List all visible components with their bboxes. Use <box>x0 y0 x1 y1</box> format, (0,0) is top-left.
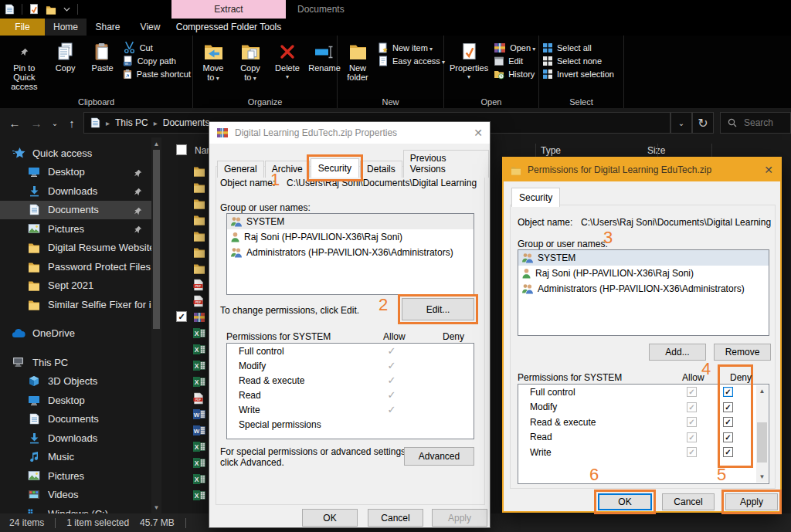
sidebar-item-quick-access[interactable]: Quick access <box>0 144 151 163</box>
tab-share[interactable]: Share <box>87 19 129 36</box>
sidebar-item-desktop[interactable]: Desktop <box>0 163 151 182</box>
ribbon-button-select-all[interactable]: Select all <box>542 41 614 54</box>
properties-check-icon[interactable] <box>29 4 39 15</box>
deny-checkbox[interactable]: ✓ <box>723 387 733 397</box>
sidebar-item-downloads[interactable]: Downloads <box>0 429 151 448</box>
add-button[interactable]: Add... <box>649 344 706 361</box>
group-row-raj[interactable]: Raj Soni (HP-PAVILION-X36\Raj Soni) <box>518 266 769 281</box>
ribbon-button-pin-to-quick-access[interactable]: Pin to Quickaccess <box>3 39 46 93</box>
ok-button[interactable]: OK <box>302 509 358 527</box>
ribbon-button-history[interactable]: History <box>494 67 535 80</box>
deny-checkbox[interactable]: ✓ <box>723 402 733 412</box>
explorer-document-icon[interactable] <box>5 4 15 15</box>
group-row-system[interactable]: SYSTEM <box>518 250 769 266</box>
sidebar-item-3d-objects[interactable]: 3D Objects <box>0 372 151 391</box>
permissions-dialog-titlebar[interactable]: Permissions for Digital Learning EduTech… <box>504 158 780 181</box>
group-row-raj[interactable]: Raj Soni (HP-PAVILION-X36\Raj Soni) <box>227 229 474 245</box>
scroll-up-icon[interactable]: ▲ <box>151 138 161 149</box>
sidebar-item-desktop[interactable]: Desktop <box>0 391 151 410</box>
select-all-checkbox[interactable] <box>176 144 187 155</box>
allow-checkbox[interactable]: ✓ <box>687 417 697 427</box>
sidebar-item-music[interactable]: Music <box>0 448 151 467</box>
close-icon[interactable]: ✕ <box>764 164 773 176</box>
apply-button[interactable]: Apply <box>725 493 778 510</box>
deny-checkbox[interactable]: ✓ <box>723 432 733 442</box>
ribbon-button-select-none[interactable]: Select none <box>542 54 614 67</box>
close-icon[interactable]: ✕ <box>474 127 483 139</box>
row-checkbox[interactable]: ✓ <box>176 311 187 322</box>
ribbon-button-easy-access[interactable]: Easy access ▾ <box>378 54 445 67</box>
group-names-list[interactable]: SYSTEMRaj Soni (HP-PAVILION-X36\Raj Soni… <box>518 249 769 336</box>
sidebar-item-this-pc[interactable]: This PC <box>0 353 151 372</box>
search-box[interactable] <box>720 112 791 134</box>
edit-button[interactable]: Edit... <box>402 298 474 320</box>
group-row-system[interactable]: SYSTEM <box>227 214 474 229</box>
tab-previous-versions[interactable]: Previous Versions <box>403 150 489 178</box>
group-row-administrators[interactable]: Administrators (HP-PAVILION-X36\Administ… <box>227 245 474 260</box>
ribbon-button-edit[interactable]: Edit <box>494 54 535 67</box>
allow-checkbox[interactable]: ✓ <box>687 387 697 397</box>
scroll-down-icon[interactable]: ▼ <box>756 471 768 483</box>
sidebar-item-pictures[interactable]: Pictures <box>0 219 151 239</box>
cancel-button[interactable]: Cancel <box>368 509 423 527</box>
properties-dialog-titlebar[interactable]: Digital Learning EduTech.zip Properties … <box>209 122 490 144</box>
allow-checkbox[interactable]: ✓ <box>687 432 697 442</box>
ribbon-button-new-folder[interactable]: Newfolder <box>341 39 375 83</box>
address-dropdown-chevron-icon[interactable]: ⌄ <box>670 112 692 134</box>
group-row-administrators[interactable]: Administrators (HP-PAVILION-X36\Administ… <box>518 281 769 296</box>
tab-security[interactable]: Security <box>511 188 560 207</box>
advanced-button[interactable]: Advanced <box>404 447 474 466</box>
tab-file[interactable]: File <box>0 19 45 36</box>
ribbon-button-copy[interactable]: Copy <box>49 39 83 74</box>
column-header-size[interactable]: Size <box>647 145 665 156</box>
up-button[interactable]: ↑ <box>62 108 82 137</box>
allow-checkbox[interactable]: ✓ <box>687 447 697 457</box>
ribbon-button-paste[interactable]: Paste <box>86 39 120 74</box>
allow-checkbox[interactable]: ✓ <box>687 402 697 412</box>
tab-security[interactable]: Security <box>311 158 359 178</box>
ok-button[interactable]: OK <box>598 493 652 510</box>
permissions-list[interactable]: ▲ ▼ Full control✓✓Modify✓✓Read & execute… <box>518 384 769 484</box>
ribbon-button-new-item[interactable]: New item ▾ <box>378 41 445 54</box>
sidebar-item-windows-c[interactable]: Windows (C:) <box>0 504 151 513</box>
extract-contextual-header[interactable]: Extract <box>171 0 286 19</box>
cancel-button[interactable]: Cancel <box>662 493 715 510</box>
breadcrumb-this-pc[interactable]: This PC <box>115 117 148 128</box>
ribbon-button-cut[interactable]: Cut <box>123 41 191 54</box>
deny-checkbox[interactable]: ✓ <box>723 447 733 457</box>
sidebar-item-videos[interactable]: Videos <box>0 486 151 505</box>
sidebar-item-downloads[interactable]: Downloads <box>0 181 151 201</box>
sidebar-item-documents[interactable]: Documents <box>0 201 151 220</box>
tab-compressed-folder-tools[interactable]: Compressed Folder Tools <box>171 19 286 36</box>
scrollbar-thumb[interactable] <box>153 150 160 329</box>
refresh-icon[interactable]: ↻ <box>692 112 714 134</box>
tab-general[interactable]: General <box>217 161 264 178</box>
breadcrumb-documents[interactable]: Documents <box>163 117 210 128</box>
ribbon-button-properties[interactable]: Properties▾ <box>447 39 491 83</box>
permissions-list[interactable]: Full control✓Modify✓Read & execute✓Read✓… <box>226 343 474 439</box>
ribbon-button-copy-to[interactable]: Copyto ▾ <box>233 39 267 85</box>
search-input[interactable] <box>742 117 786 129</box>
sidebar-item-sept-2021[interactable]: Sept 2021 <box>0 276 151 296</box>
ribbon-button-rename[interactable]: Rename <box>307 39 341 74</box>
new-folder-small-icon[interactable] <box>46 5 56 15</box>
ribbon-button-paste-shortcut[interactable]: Paste shortcut <box>123 67 191 80</box>
ribbon-button-move-to[interactable]: Moveto ▾ <box>196 39 230 85</box>
ribbon-button-delete[interactable]: Delete▾ <box>270 39 304 83</box>
remove-button[interactable]: Remove <box>714 344 771 361</box>
column-header-type[interactable]: Type <box>541 145 561 156</box>
ribbon-button-invert-selection[interactable]: Invert selection <box>542 67 614 80</box>
sidebar-item-digital-resume-website[interactable]: Digital Resume Website <box>0 239 151 258</box>
back-button[interactable]: ← <box>5 108 25 137</box>
scroll-down-icon[interactable]: ▼ <box>151 502 161 513</box>
tab-home[interactable]: Home <box>45 19 87 36</box>
tab-details[interactable]: Details <box>360 161 402 178</box>
forward-button[interactable]: → <box>26 108 46 137</box>
sidebar-item-onedrive[interactable]: OneDrive <box>0 324 151 344</box>
sidebar-item-documents[interactable]: Documents <box>0 410 151 429</box>
tab-view[interactable]: View <box>129 19 171 36</box>
sidebar-item-password-protect-files-f[interactable]: Password Protect Files & F <box>0 257 151 276</box>
sidebar-item-similar-selfie-fixer-for-ipho[interactable]: Similar Selfie Fixer for iPho <box>0 295 151 314</box>
ribbon-button-open[interactable]: Open ▾ <box>494 41 535 54</box>
customize-chevron-icon[interactable] <box>63 7 70 12</box>
